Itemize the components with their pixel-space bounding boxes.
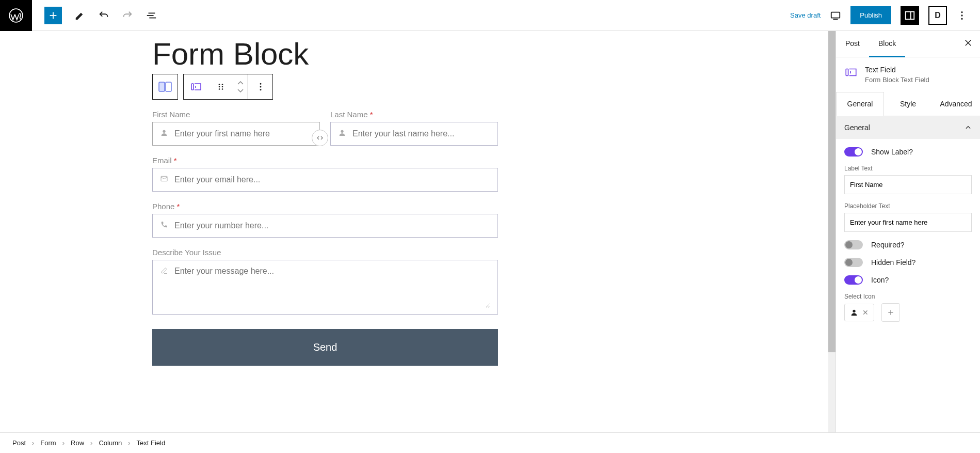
drag-handle-icon[interactable] xyxy=(208,74,233,99)
user-icon xyxy=(338,129,346,139)
tab-block[interactable]: Block xyxy=(869,31,905,57)
move-up-down[interactable] xyxy=(233,74,248,99)
user-icon xyxy=(850,308,858,317)
required-toggle[interactable] xyxy=(844,240,863,249)
svg-point-25 xyxy=(260,89,261,90)
phone-icon xyxy=(160,221,168,231)
label-text-input[interactable] xyxy=(844,175,972,194)
block-name: Text Field xyxy=(865,66,929,74)
crumb-column[interactable]: Column xyxy=(99,439,122,447)
phone-field[interactable] xyxy=(152,214,498,238)
chevron-up-icon xyxy=(965,124,972,131)
svg-point-11 xyxy=(961,14,962,16)
svg-point-19 xyxy=(219,86,220,88)
block-type-icon[interactable] xyxy=(184,74,208,99)
icon-toggle[interactable] xyxy=(844,275,863,285)
last-name-input[interactable] xyxy=(352,129,490,138)
svg-rect-15 xyxy=(191,84,194,90)
first-name-field[interactable] xyxy=(152,122,320,146)
user-icon xyxy=(160,129,168,139)
select-icon-label: Select Icon xyxy=(844,293,972,300)
subtab-advanced[interactable]: Advanced xyxy=(932,92,980,116)
plugin-button[interactable]: D xyxy=(928,6,947,25)
email-input[interactable] xyxy=(174,175,490,184)
svg-rect-31 xyxy=(846,69,848,76)
envelope-icon xyxy=(160,175,168,185)
tab-post[interactable]: Post xyxy=(836,31,869,57)
svg-point-21 xyxy=(219,88,220,90)
selected-icon-chip[interactable]: ✕ xyxy=(844,304,874,321)
block-toolbar xyxy=(152,74,498,100)
svg-point-27 xyxy=(341,130,343,133)
settings-sidebar-button[interactable] xyxy=(901,6,919,25)
show-label-text: Show Label? xyxy=(871,148,913,156)
page-title[interactable]: Form Block xyxy=(152,36,498,72)
hidden-field-toggle[interactable] xyxy=(844,258,863,267)
first-name-label: First Name xyxy=(152,110,320,119)
svg-rect-8 xyxy=(906,11,914,19)
label-text-label: Label Text xyxy=(844,165,972,172)
phone-input[interactable] xyxy=(174,221,490,230)
remove-icon-button[interactable]: ✕ xyxy=(862,308,869,317)
more-options-icon[interactable] xyxy=(956,10,968,21)
last-name-field[interactable] xyxy=(330,122,498,146)
required-text: Required? xyxy=(871,241,905,249)
svg-point-33 xyxy=(853,310,855,313)
describe-input[interactable] xyxy=(174,267,490,308)
redo-icon[interactable] xyxy=(122,10,133,21)
describe-label: Describe Your Issue xyxy=(152,248,498,257)
svg-point-20 xyxy=(222,86,223,88)
add-icon-button[interactable] xyxy=(881,303,900,322)
svg-point-26 xyxy=(163,130,165,133)
describe-field[interactable] xyxy=(152,260,498,315)
breadcrumb: Post› Form› Row› Column› Text Field xyxy=(0,432,980,453)
text-field-block-icon xyxy=(844,66,858,84)
preview-icon[interactable] xyxy=(830,10,841,21)
svg-rect-14 xyxy=(166,82,171,91)
show-label-toggle[interactable] xyxy=(844,147,863,157)
email-field[interactable] xyxy=(152,168,498,192)
svg-rect-13 xyxy=(159,82,165,91)
save-draft-button[interactable]: Save draft xyxy=(790,11,821,19)
column-resize-handle[interactable] xyxy=(312,130,328,146)
hidden-field-text: Hidden Field? xyxy=(871,258,915,267)
subtab-style[interactable]: Style xyxy=(884,92,932,116)
svg-point-12 xyxy=(961,18,962,19)
svg-point-23 xyxy=(260,83,261,85)
svg-rect-28 xyxy=(161,176,167,181)
undo-icon[interactable] xyxy=(98,10,109,21)
crumb-textfield[interactable]: Text Field xyxy=(137,439,166,447)
document-outline-icon[interactable] xyxy=(146,10,157,21)
icon-toggle-text: Icon? xyxy=(871,276,889,284)
edit-mode-icon[interactable] xyxy=(74,10,86,21)
close-sidebar-icon[interactable] xyxy=(963,38,973,50)
block-more-icon[interactable] xyxy=(248,74,272,99)
submit-button[interactable]: Send xyxy=(152,329,498,366)
svg-point-18 xyxy=(222,84,223,85)
crumb-form[interactable]: Form xyxy=(40,439,56,447)
editor-scrollbar[interactable] xyxy=(828,31,836,432)
email-label: Email * xyxy=(152,156,498,165)
placeholder-text-label: Placeholder Text xyxy=(844,202,972,210)
add-block-button[interactable] xyxy=(44,7,62,24)
crumb-post[interactable]: Post xyxy=(12,439,26,447)
subtab-general[interactable]: General xyxy=(836,92,884,116)
wordpress-logo[interactable] xyxy=(0,0,32,31)
placeholder-text-input[interactable] xyxy=(844,213,972,232)
parent-block-icon[interactable] xyxy=(153,74,178,99)
svg-point-22 xyxy=(222,88,223,90)
phone-label: Phone * xyxy=(152,202,498,211)
svg-rect-6 xyxy=(831,12,840,18)
svg-point-10 xyxy=(961,11,962,12)
last-name-label: Last Name * xyxy=(330,110,498,119)
svg-point-24 xyxy=(260,86,261,88)
block-description: Form Block Text Field xyxy=(865,76,929,84)
edit-icon xyxy=(160,267,168,277)
svg-point-17 xyxy=(219,84,220,85)
first-name-input[interactable] xyxy=(174,129,312,138)
crumb-row[interactable]: Row xyxy=(71,439,84,447)
panel-general-header[interactable]: General xyxy=(836,116,980,139)
publish-button[interactable]: Publish xyxy=(850,6,891,24)
